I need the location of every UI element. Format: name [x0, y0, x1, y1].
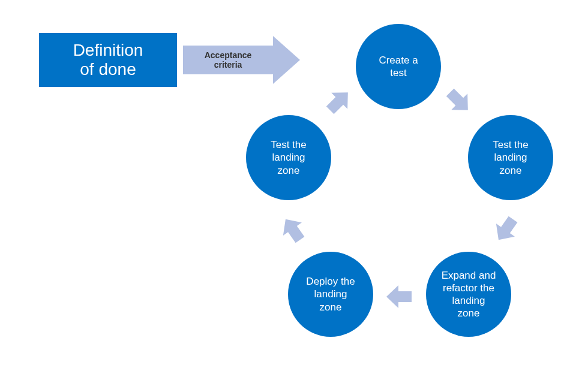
- cycle-node-expand-refactor: Expand and refactor the landing zone: [426, 252, 511, 337]
- cycle-arrow-icon: [319, 82, 358, 120]
- cycle-arrow-icon: [439, 82, 478, 120]
- cycle-node-test-zone-right: Test the landing zone: [468, 115, 553, 200]
- cycle-node-create-test: Create a test: [356, 24, 441, 109]
- cycle-arrow-icon: [385, 283, 413, 310]
- tdd-cycle: Create a test Test the landing zone Expa…: [228, 18, 567, 363]
- cycle-node-deploy-zone: Deploy the landing zone: [288, 252, 373, 337]
- cycle-arrow-icon: [487, 210, 525, 249]
- cycle-node-test-zone-left: Test the landing zone: [246, 115, 331, 200]
- definition-line1: Definition: [73, 41, 143, 60]
- cycle-arrow-icon: [274, 210, 312, 249]
- definition-of-done-box: Definition of done: [39, 33, 177, 87]
- definition-line2: of done: [80, 60, 136, 79]
